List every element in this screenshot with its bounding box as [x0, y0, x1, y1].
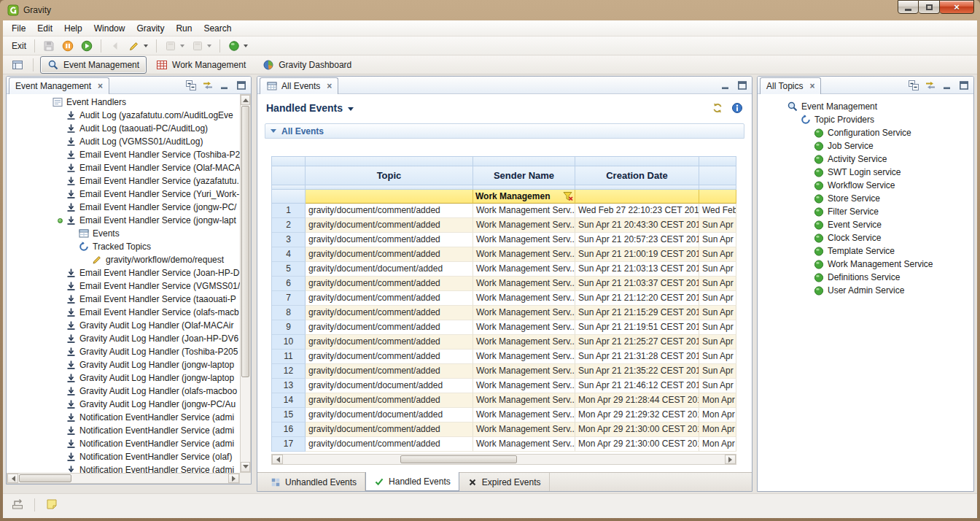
- event-row[interactable]: 16gravity/document/comment/addedWork Man…: [272, 422, 736, 437]
- handler-tree-item[interactable]: Email Event Handler Service (yazafatutu.: [7, 174, 240, 188]
- sync-icon[interactable]: [712, 102, 723, 114]
- topic-tree-item[interactable]: Event Service: [758, 218, 973, 231]
- topic-tree-item[interactable]: Topic Providers: [758, 113, 973, 126]
- perspective-gravity-dashboard[interactable]: Gravity Dashboard: [255, 56, 359, 74]
- topic-tree-item[interactable]: Work Management Service: [758, 258, 973, 271]
- resume-button[interactable]: [78, 38, 96, 54]
- minimize-button[interactable]: [898, 0, 919, 14]
- event-row[interactable]: 14gravity/document/comment/addedWork Man…: [272, 393, 736, 408]
- handler-tree-item[interactable]: Email Event Handler Service (Joan-HP-D: [7, 266, 240, 279]
- handler-tree-item[interactable]: Notification EventHandler Service (admi: [7, 463, 240, 473]
- exit-button[interactable]: Exit: [9, 38, 29, 54]
- event-row[interactable]: 5gravity/document/document/addedWork Man…: [272, 262, 736, 277]
- topic-tree-item[interactable]: Configuration Service: [758, 126, 973, 139]
- open-perspective-button[interactable]: [9, 57, 26, 73]
- sender-name-filter[interactable]: Work Managemen: [473, 190, 575, 204]
- handler-tree-item[interactable]: Notification EventHandler Service (admi: [7, 437, 240, 450]
- scroll-right-arrow[interactable]: [228, 474, 239, 483]
- handler-tree-item[interactable]: Email Event Handler Service (Olaf-MACA: [7, 161, 240, 174]
- handler-tree-item[interactable]: Notification EventHandler Service (olaf): [7, 450, 240, 463]
- maximize-view-icon[interactable]: [236, 80, 247, 91]
- handler-tree-item[interactable]: Gravity Audit Log Handler (Joan-HP-DV6: [7, 332, 240, 345]
- topic-tree-item[interactable]: Definitions Service: [758, 271, 973, 284]
- perspective-work-management[interactable]: Work Management: [149, 56, 253, 74]
- menu-edit[interactable]: Edit: [31, 21, 58, 36]
- wizard-dropdown-1[interactable]: [162, 38, 187, 54]
- maximize-button[interactable]: [919, 0, 940, 14]
- link-with-editor-icon[interactable]: [925, 80, 936, 91]
- event-row[interactable]: 8gravity/document/comment/addedWork Mana…: [272, 306, 736, 320]
- tab-handled-events[interactable]: Handled Events: [365, 472, 459, 491]
- minimize-view-icon[interactable]: [219, 80, 230, 91]
- menu-gravity[interactable]: Gravity: [131, 21, 170, 36]
- handler-tree-item[interactable]: Gravity Audit Log Handler (Toshiba-P205: [7, 345, 240, 358]
- menu-file[interactable]: File: [6, 21, 31, 36]
- scrollbar-thumb[interactable]: [19, 474, 71, 482]
- topic-tree-item[interactable]: Store Service: [758, 192, 973, 205]
- event-row[interactable]: 4gravity/document/comment/addedWork Mana…: [272, 247, 736, 262]
- handled-events-dropdown[interactable]: Handled Events: [266, 102, 354, 114]
- maximize-view-icon[interactable]: [736, 80, 748, 91]
- edit-tool-dropdown[interactable]: [125, 38, 151, 54]
- handler-tree-item[interactable]: Gravity Audit Log Handler (jongw-laptop: [7, 358, 240, 371]
- all-events-section-header[interactable]: All Events: [265, 123, 744, 139]
- perspective-event-management[interactable]: Event Management: [40, 56, 147, 74]
- save-button[interactable]: [40, 38, 58, 54]
- handler-tree-item[interactable]: Gravity Audit Log Handler (Olaf-MACAir: [7, 319, 240, 332]
- tab-unhandled-events[interactable]: Unhandled Events: [262, 473, 365, 491]
- column-header-extra[interactable]: [699, 166, 736, 185]
- tab-event-management[interactable]: Event Management ×: [9, 77, 109, 94]
- gravity-run-dropdown[interactable]: [225, 38, 251, 54]
- tab-all-topics[interactable]: All Topics ×: [760, 77, 821, 94]
- tab-expired-events[interactable]: Expired Events: [459, 473, 550, 491]
- event-row[interactable]: 7gravity/document/comment/addedWork Mana…: [272, 291, 736, 306]
- scroll-left-arrow[interactable]: [7, 474, 18, 483]
- close-icon[interactable]: ×: [98, 81, 103, 91]
- scrollbar-thumb[interactable]: [241, 106, 249, 377]
- topic-tree-item[interactable]: Activity Service: [758, 153, 973, 166]
- event-row[interactable]: 6gravity/document/comment/addedWork Mana…: [272, 277, 736, 291]
- menu-run[interactable]: Run: [170, 21, 198, 36]
- handler-tree-item[interactable]: Email Event Handler Service (olafs-macb: [7, 306, 240, 319]
- menu-window[interactable]: Window: [88, 21, 131, 36]
- topic-tree-item[interactable]: Filter Service: [758, 205, 973, 218]
- wizard-dropdown-2[interactable]: [189, 38, 214, 54]
- handler-tree-item[interactable]: Notification EventHandler Service (admi: [7, 424, 240, 437]
- suspend-button[interactable]: [59, 38, 77, 54]
- handler-tree-item[interactable]: Gravity Audit Log Handler (olafs-macboo: [7, 385, 240, 398]
- event-row[interactable]: 13gravity/document/document/addedWork Ma…: [272, 379, 736, 393]
- handler-tree-item[interactable]: Gravity Audit Log Handler (jongw-PC/Au: [7, 398, 240, 411]
- collapse-all-icon[interactable]: [185, 80, 197, 91]
- column-header-topic[interactable]: Topic: [306, 166, 473, 185]
- handler-tree-item[interactable]: Audit Log (VGMSS01/AuditLog): [7, 135, 240, 148]
- topic-tree-item[interactable]: Template Service: [758, 244, 973, 258]
- topic-tree-item[interactable]: Clock Service: [758, 231, 973, 244]
- topic-tree-item[interactable]: Workflow Service: [758, 179, 973, 192]
- handler-tree-item[interactable]: Audit Log (taaouati-PC/AuditLog): [7, 122, 240, 135]
- scroll-right-arrow[interactable]: [725, 455, 736, 464]
- close-button[interactable]: ×: [940, 0, 974, 14]
- column-header-sender-name[interactable]: Sender Name: [473, 166, 575, 185]
- scroll-left-arrow[interactable]: [272, 455, 283, 464]
- event-row[interactable]: 11gravity/document/comment/addedWork Man…: [272, 350, 736, 364]
- note-icon[interactable]: [46, 498, 58, 510]
- left-horizontal-scrollbar[interactable]: [7, 473, 240, 484]
- restore-views-icon[interactable]: [12, 498, 23, 510]
- handler-tree-item[interactable]: Email Event Handler Service (taaouati-P: [7, 293, 240, 306]
- close-icon[interactable]: ×: [327, 81, 332, 91]
- topic-tree-item[interactable]: User Admin Service: [758, 284, 973, 297]
- scrollbar-thumb[interactable]: [400, 455, 517, 463]
- event-row[interactable]: 15gravity/document/document/addedWork Ma…: [272, 408, 736, 422]
- events-horizontal-scrollbar[interactable]: [271, 454, 736, 465]
- collapse-all-icon[interactable]: [908, 80, 919, 91]
- handler-tree-item[interactable]: Notification EventHandler Service (admi: [7, 411, 240, 424]
- handler-tree-item[interactable]: Email Event Handler Service (VGMSS01/: [7, 279, 240, 293]
- scroll-up-arrow[interactable]: [241, 95, 250, 105]
- topic-tree-item[interactable]: SWT Login service: [758, 166, 973, 179]
- minimize-view-icon[interactable]: [941, 80, 953, 91]
- menu-help[interactable]: Help: [58, 21, 88, 36]
- handler-tree-item[interactable]: Audit Log (yazafatutu.com/AuditLogEve: [7, 109, 240, 122]
- close-icon[interactable]: ×: [809, 81, 814, 91]
- minimize-view-icon[interactable]: [720, 80, 731, 91]
- filter-icon[interactable]: [562, 190, 574, 202]
